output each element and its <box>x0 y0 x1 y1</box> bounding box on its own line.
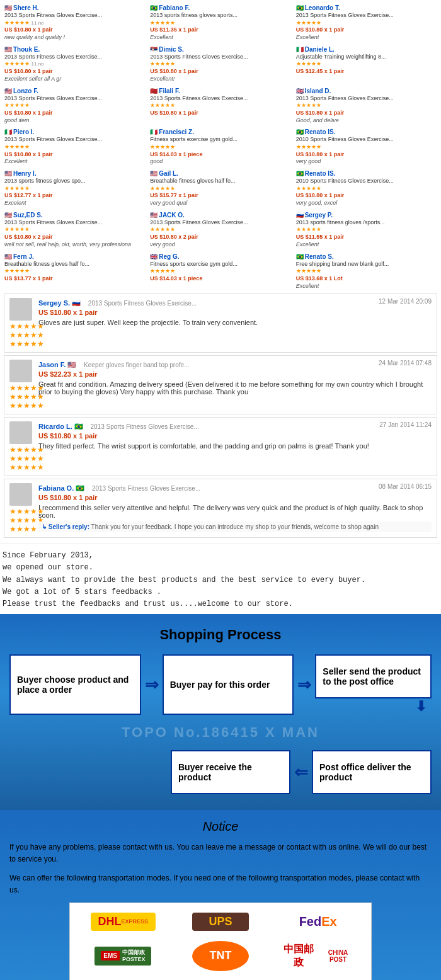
flag-icon: 🇺🇸 <box>150 212 158 219</box>
flag-icon: 🇮🇹 <box>296 46 304 53</box>
flag-icon: 🇧🇷 <box>296 170 304 177</box>
process-step-2: Buyer pay for this order <box>163 654 294 715</box>
review-item: 🇧🇷Renato IS. 2010 Sports Fitness Gloves … <box>294 168 438 208</box>
large-review-jason: ★★★★★ ★★★★★ ★★★★★ Jason F. 🇺🇸 Keeper glo… <box>4 355 437 414</box>
tnt-logo: TNT <box>192 941 249 971</box>
flag-icon: 🇮🇹 <box>4 128 12 135</box>
review-item: 🇧🇷Renato IS. 2010 Sports Fitness Gloves … <box>294 127 438 167</box>
notice-title: Notice <box>9 819 432 834</box>
notice-section: Notice If you have any problems, please … <box>0 810 441 980</box>
flag-icon: 🇬🇧 <box>150 253 158 260</box>
arrow-right-2: ⇒ <box>297 654 311 715</box>
review-item: 🇬🇧Island D. 2013 Sports Fitness Gloves E… <box>294 86 438 126</box>
flag-icon: 🇲🇦 <box>150 88 158 94</box>
notice-para-2: We can offer the following transportatio… <box>9 872 432 896</box>
arrow-right-1: ⇒ <box>145 654 159 715</box>
arrow-down-icon: ⬇ <box>315 698 432 715</box>
flag-icon: 🇺🇸 <box>4 46 12 53</box>
flag-icon: 🇷🇺 <box>296 212 304 219</box>
flag-icon: 🇺🇸 <box>4 88 12 94</box>
review-item: 🇧🇷Renato S. Free shipping brand new blan… <box>294 251 438 292</box>
review-item: 🇲🇦Filali F. 2013 Sports Fitness Gloves E… <box>148 86 292 126</box>
notice-para-1: If you have any problems, please contact… <box>9 841 432 865</box>
flag-icon: 🇧🇷 <box>296 4 304 11</box>
process-row2: Buyer receive the product ⇐ Post office … <box>9 750 432 794</box>
flag-icon: 🇺🇸 <box>150 170 158 177</box>
large-review-fabiana: ★★★★★ ★★★★★ ★★★★★ Fabiana O. 🇧🇷 2013 Spo… <box>4 479 437 538</box>
review-item: 🇮🇹Daniele L. Adjustable Training Weightl… <box>294 44 438 84</box>
large-review-sergey: ★★★★★ ★★★★★ ★★★★★ Sergey S. 🇷🇺 2013 Spor… <box>4 293 437 353</box>
review-item: 🇧🇷Leonardo T. 2013 Sports Fitness Gloves… <box>294 3 438 43</box>
shipping-logos: DHLEXPRESS UPS FedEx EMS 中国邮政POSTEX TNT … <box>69 903 372 980</box>
watermark-text: TOPO No.186415 X MAN <box>9 724 432 741</box>
review-item: 🇺🇸Gail L. Breathable fitness gloves half… <box>148 168 292 208</box>
review-item: 🇺🇸Suz,ED S. 2013 Sports Fitness Gloves E… <box>3 210 147 250</box>
reviews-section: 🇺🇸Shere H. 2013 Sports Fitness Gloves Ex… <box>0 0 441 544</box>
process-step-1: Buyer choose product and place a order <box>9 654 141 715</box>
shopping-process-title: Shopping Process <box>9 627 432 643</box>
flag-icon: 🇧🇷 <box>150 4 158 11</box>
review-item: 🇺🇸Shere H. 2013 Sports Fitness Gloves Ex… <box>3 3 147 43</box>
shopping-process-section: Shopping Process Buyer choose product an… <box>0 614 441 810</box>
intro-text: Since February 2013, we opened our store… <box>0 544 441 614</box>
process-step-3: Seller send the product to the post offi… <box>315 654 432 698</box>
flag-icon: 🇬🇧 <box>296 88 304 94</box>
chinapost-logo: 中国邮政 CHINA POST <box>272 939 364 973</box>
review-item: 🇷🇺Sergey P. 2013 sports fitness gloves /… <box>294 210 438 250</box>
review-item: 🇬🇧Reg G. Fitness sports exercise gym gol… <box>148 251 292 292</box>
reviews-grid: 🇺🇸Shere H. 2013 Sports Fitness Gloves Ex… <box>3 3 438 291</box>
process-step-5: Buyer receive the product <box>171 750 290 794</box>
ups-logo: UPS <box>192 913 249 931</box>
review-item: 🇧🇷Fabiano F. 2013 sports fitness gloves … <box>148 3 292 43</box>
process-row1: Buyer choose product and place a order ⇒… <box>9 654 432 715</box>
review-item: 🇮🇹Francisci Z. Fitness sports exercise g… <box>148 127 292 167</box>
arrow-left-icon: ⇐ <box>294 763 308 782</box>
review-item: 🇺🇸Fern J. Breathable fitness gloves half… <box>3 251 147 292</box>
fedex-logo: FedEx <box>290 911 346 933</box>
flag-icon: 🇺🇸 <box>4 212 12 219</box>
review-item: 🇷🇸Dimic S. 2013 Sports Fitness Gloves Ex… <box>148 44 292 84</box>
dhl-logo: DHLEXPRESS <box>91 913 156 931</box>
flag-icon: 🇷🇸 <box>150 46 158 53</box>
process-step-4: Post office deliver the product <box>312 750 432 794</box>
flag-icon: 🇮🇹 <box>150 128 158 135</box>
review-item: 🇺🇸JACK O. 2013 Sports Fitness Gloves Exe… <box>148 210 292 250</box>
flag-icon: 🇧🇷 <box>296 128 304 135</box>
review-item: 🇺🇸Thouk E. 2013 Sports Fitness Gloves Ex… <box>3 44 147 84</box>
ems-logo: EMS 中国邮政POSTEX <box>94 947 151 966</box>
flag-icon: 🇺🇸 <box>4 170 12 177</box>
seller-reply: ↳ Seller's reply: Thank you for your fee… <box>38 521 432 532</box>
large-review-ricardo: ★★★★★ ★★★★★ ★★★★★ Ricardo L. 🇧🇷 2013 Spo… <box>4 417 437 476</box>
review-item: 🇮🇹Piero I. 2013 Sports Fitness Gloves Ex… <box>3 127 147 167</box>
flag-icon: 🇺🇸 <box>4 253 12 260</box>
process-flow: Buyer choose product and place a order ⇒… <box>9 654 432 794</box>
flag-icon: 🇧🇷 <box>296 253 304 260</box>
review-item: 🇺🇸Lonzo F. 2013 Sports Fitness Gloves Ex… <box>3 86 147 126</box>
flag-icon: 🇺🇸 <box>4 4 12 11</box>
review-item: 🇺🇸Henry I. 2013 sports fitness gloves sp… <box>3 168 147 208</box>
